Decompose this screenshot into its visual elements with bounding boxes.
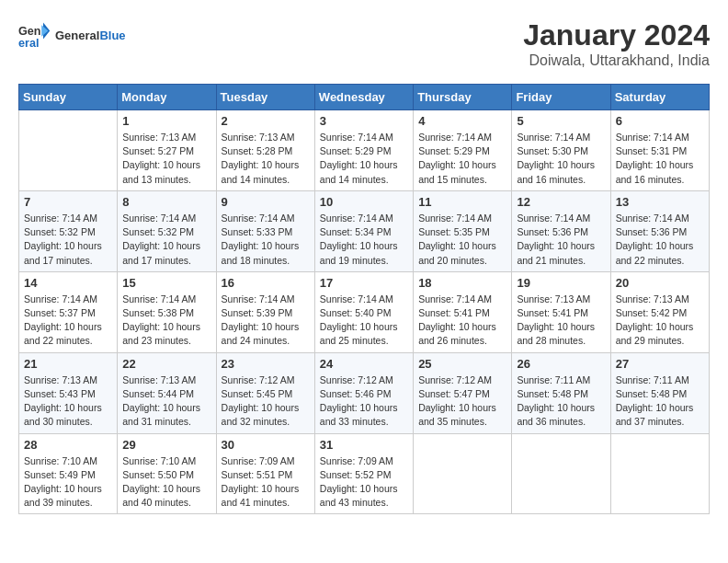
logo-text-general: General: [55, 29, 99, 42]
calendar-cell-w1-d7: 6Sunrise: 7:14 AM Sunset: 5:31 PM Daylig…: [610, 110, 709, 191]
day-info: Sunrise: 7:14 AM Sunset: 5:30 PM Dayligh…: [517, 131, 605, 187]
calendar-cell-w5-d5: [414, 433, 512, 514]
day-info: Sunrise: 7:14 AM Sunset: 5:39 PM Dayligh…: [222, 293, 310, 349]
calendar-week-1: 1Sunrise: 7:13 AM Sunset: 5:27 PM Daylig…: [19, 110, 710, 191]
day-number: 23: [222, 357, 310, 371]
day-info: Sunrise: 7:09 AM Sunset: 5:52 PM Dayligh…: [320, 454, 408, 511]
calendar-cell-w5-d3: 30Sunrise: 7:09 AM Sunset: 5:51 PM Dayli…: [216, 433, 314, 514]
day-number: 13: [616, 195, 704, 209]
day-number: 27: [616, 357, 704, 371]
calendar-cell-w1-d5: 4Sunrise: 7:14 AM Sunset: 5:29 PM Daylig…: [414, 110, 512, 191]
calendar-header-row: Sunday Monday Tuesday Wednesday Thursday…: [19, 85, 710, 110]
day-info: Sunrise: 7:14 AM Sunset: 5:34 PM Dayligh…: [320, 212, 408, 268]
calendar-table: Sunday Monday Tuesday Wednesday Thursday…: [18, 84, 710, 514]
day-info: Sunrise: 7:14 AM Sunset: 5:36 PM Dayligh…: [616, 212, 704, 268]
day-number: 24: [320, 357, 408, 371]
day-number: 21: [24, 357, 112, 371]
day-number: 19: [517, 276, 605, 290]
calendar-week-4: 21Sunrise: 7:13 AM Sunset: 5:43 PM Dayli…: [19, 352, 710, 433]
calendar-cell-w4-d2: 22Sunrise: 7:13 AM Sunset: 5:44 PM Dayli…: [118, 352, 216, 433]
day-info: Sunrise: 7:11 AM Sunset: 5:48 PM Dayligh…: [517, 373, 605, 430]
calendar-cell-w3-d2: 15Sunrise: 7:14 AM Sunset: 5:38 PM Dayli…: [118, 271, 216, 352]
col-wednesday: Wednesday: [314, 85, 413, 110]
calendar-cell-w3-d5: 18Sunrise: 7:14 AM Sunset: 5:41 PM Dayli…: [414, 271, 512, 352]
svg-text:eral: eral: [18, 37, 39, 50]
day-number: 30: [222, 438, 310, 452]
calendar-cell-w3-d1: 14Sunrise: 7:14 AM Sunset: 5:37 PM Dayli…: [19, 271, 118, 352]
day-info: Sunrise: 7:09 AM Sunset: 5:51 PM Dayligh…: [222, 454, 310, 511]
col-friday: Friday: [512, 85, 610, 110]
day-info: Sunrise: 7:14 AM Sunset: 5:35 PM Dayligh…: [418, 212, 506, 268]
calendar-cell-w5-d6: [512, 433, 610, 514]
day-number: 15: [122, 276, 210, 290]
day-info: Sunrise: 7:12 AM Sunset: 5:47 PM Dayligh…: [418, 373, 506, 430]
calendar-cell-w3-d6: 19Sunrise: 7:13 AM Sunset: 5:41 PM Dayli…: [512, 271, 610, 352]
day-info: Sunrise: 7:14 AM Sunset: 5:31 PM Dayligh…: [616, 131, 704, 187]
day-number: 2: [222, 114, 310, 128]
calendar-cell-w4-d4: 24Sunrise: 7:12 AM Sunset: 5:46 PM Dayli…: [314, 352, 413, 433]
col-thursday: Thursday: [414, 85, 512, 110]
day-info: Sunrise: 7:12 AM Sunset: 5:46 PM Dayligh…: [320, 373, 408, 430]
day-number: 5: [517, 114, 605, 128]
day-info: Sunrise: 7:14 AM Sunset: 5:32 PM Dayligh…: [122, 212, 210, 268]
calendar-cell-w1-d4: 3Sunrise: 7:14 AM Sunset: 5:29 PM Daylig…: [314, 110, 413, 191]
logo: Gen eral GeneralBlue: [18, 18, 126, 52]
col-tuesday: Tuesday: [216, 85, 314, 110]
day-info: Sunrise: 7:13 AM Sunset: 5:27 PM Dayligh…: [122, 131, 210, 187]
day-info: Sunrise: 7:14 AM Sunset: 5:32 PM Dayligh…: [24, 212, 112, 268]
location-subtitle: Doiwala, Uttarakhand, India: [523, 52, 710, 69]
day-info: Sunrise: 7:13 AM Sunset: 5:41 PM Dayligh…: [517, 293, 605, 349]
page-header: Gen eral GeneralBlue January 2024 Doiwal…: [18, 18, 710, 69]
day-info: Sunrise: 7:10 AM Sunset: 5:49 PM Dayligh…: [24, 454, 112, 511]
logo-text-blue: Blue: [99, 29, 125, 42]
calendar-week-5: 28Sunrise: 7:10 AM Sunset: 5:49 PM Dayli…: [19, 433, 710, 514]
day-number: 29: [122, 438, 210, 452]
day-info: Sunrise: 7:14 AM Sunset: 5:37 PM Dayligh…: [24, 293, 112, 349]
day-info: Sunrise: 7:14 AM Sunset: 5:38 PM Dayligh…: [122, 293, 210, 349]
day-number: 31: [320, 438, 408, 452]
calendar-cell-w5-d4: 31Sunrise: 7:09 AM Sunset: 5:52 PM Dayli…: [314, 433, 413, 514]
calendar-cell-w2-d4: 10Sunrise: 7:14 AM Sunset: 5:34 PM Dayli…: [314, 190, 413, 271]
day-number: 25: [418, 357, 506, 371]
calendar-cell-w4-d5: 25Sunrise: 7:12 AM Sunset: 5:47 PM Dayli…: [414, 352, 512, 433]
calendar-cell-w2-d1: 7Sunrise: 7:14 AM Sunset: 5:32 PM Daylig…: [19, 190, 118, 271]
calendar-cell-w2-d5: 11Sunrise: 7:14 AM Sunset: 5:35 PM Dayli…: [414, 190, 512, 271]
calendar-cell-w4-d1: 21Sunrise: 7:13 AM Sunset: 5:43 PM Dayli…: [19, 352, 118, 433]
calendar-cell-w1-d3: 2Sunrise: 7:13 AM Sunset: 5:28 PM Daylig…: [216, 110, 314, 191]
calendar-cell-w5-d1: 28Sunrise: 7:10 AM Sunset: 5:49 PM Dayli…: [19, 433, 118, 514]
day-number: 1: [122, 114, 210, 128]
calendar-week-3: 14Sunrise: 7:14 AM Sunset: 5:37 PM Dayli…: [19, 271, 710, 352]
day-info: Sunrise: 7:13 AM Sunset: 5:43 PM Dayligh…: [24, 373, 112, 430]
day-number: 16: [222, 276, 310, 290]
day-info: Sunrise: 7:13 AM Sunset: 5:44 PM Dayligh…: [122, 373, 210, 430]
day-info: Sunrise: 7:13 AM Sunset: 5:28 PM Dayligh…: [222, 131, 310, 187]
calendar-cell-w4-d3: 23Sunrise: 7:12 AM Sunset: 5:45 PM Dayli…: [216, 352, 314, 433]
col-sunday: Sunday: [19, 85, 118, 110]
day-number: 11: [418, 195, 506, 209]
calendar-cell-w5-d2: 29Sunrise: 7:10 AM Sunset: 5:50 PM Dayli…: [118, 433, 216, 514]
logo-icon: Gen eral: [18, 18, 51, 52]
col-monday: Monday: [118, 85, 216, 110]
day-number: 18: [418, 276, 506, 290]
day-info: Sunrise: 7:14 AM Sunset: 5:33 PM Dayligh…: [222, 212, 310, 268]
calendar-cell-w2-d7: 13Sunrise: 7:14 AM Sunset: 5:36 PM Dayli…: [610, 190, 709, 271]
day-number: 22: [122, 357, 210, 371]
calendar-week-2: 7Sunrise: 7:14 AM Sunset: 5:32 PM Daylig…: [19, 190, 710, 271]
title-section: January 2024 Doiwala, Uttarakhand, India: [523, 18, 710, 69]
day-info: Sunrise: 7:14 AM Sunset: 5:40 PM Dayligh…: [320, 293, 408, 349]
day-number: 3: [320, 114, 408, 128]
day-number: 26: [517, 357, 605, 371]
calendar-cell-w2-d6: 12Sunrise: 7:14 AM Sunset: 5:36 PM Dayli…: [512, 190, 610, 271]
calendar-cell-w2-d2: 8Sunrise: 7:14 AM Sunset: 5:32 PM Daylig…: [118, 190, 216, 271]
calendar-cell-w4-d7: 27Sunrise: 7:11 AM Sunset: 5:48 PM Dayli…: [610, 352, 709, 433]
day-number: 7: [24, 195, 112, 209]
day-number: 6: [616, 114, 704, 128]
day-number: 10: [320, 195, 408, 209]
calendar-cell-w4-d6: 26Sunrise: 7:11 AM Sunset: 5:48 PM Dayli…: [512, 352, 610, 433]
calendar-cell-w1-d2: 1Sunrise: 7:13 AM Sunset: 5:27 PM Daylig…: [118, 110, 216, 191]
day-info: Sunrise: 7:11 AM Sunset: 5:48 PM Dayligh…: [616, 373, 704, 430]
day-info: Sunrise: 7:14 AM Sunset: 5:29 PM Dayligh…: [320, 131, 408, 187]
day-info: Sunrise: 7:14 AM Sunset: 5:29 PM Dayligh…: [418, 131, 506, 187]
day-number: 4: [418, 114, 506, 128]
day-number: 28: [24, 438, 112, 452]
